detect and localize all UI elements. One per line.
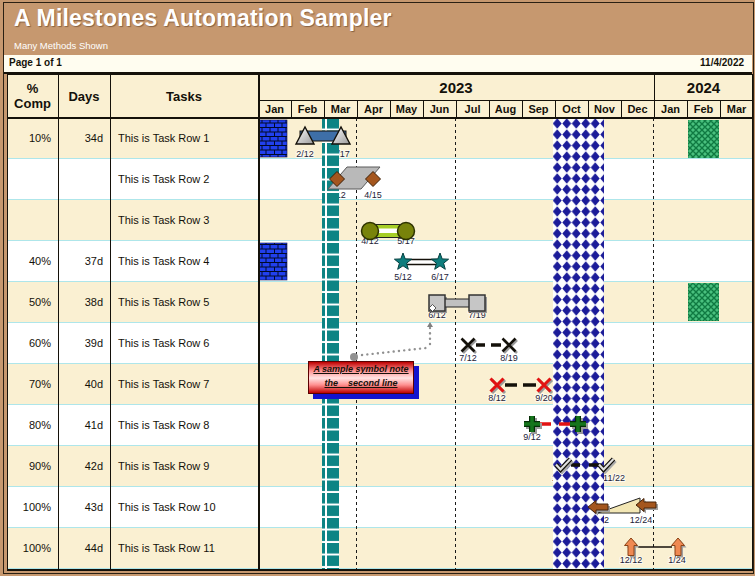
leader-dots: [362, 348, 426, 355]
month-divider: [489, 100, 490, 118]
month-header: Apr: [357, 100, 390, 118]
column-header-days: Days: [58, 74, 110, 118]
green-hatch-block: [688, 120, 719, 158]
brick-pattern-block: [259, 243, 287, 280]
task-cell: This is Task Row 2: [110, 159, 258, 200]
circle-symbol[interactable]: [362, 223, 379, 240]
month-header: Jun: [423, 100, 456, 118]
start-date-label: 2/12: [296, 149, 314, 159]
month-divider: [423, 100, 424, 118]
symbol-note-box[interactable]: A sample symbol note the second line: [308, 361, 414, 394]
task-bar-row3[interactable]: [362, 223, 415, 240]
task-bar-row6[interactable]: [462, 339, 518, 354]
task-bar-row4[interactable]: [394, 253, 448, 269]
month-header: Mar: [324, 100, 357, 118]
task-cell: This is Task Row 11: [110, 528, 258, 569]
grid-line: [7, 569, 753, 571]
pct-cell: 80%: [7, 405, 58, 446]
days-cell: 37d: [58, 241, 110, 282]
pct-cell: 60%: [7, 323, 58, 364]
page-title: A Milestones Automation Sampler: [14, 5, 392, 32]
pct-cell: 100%: [7, 528, 58, 569]
month-divider: [621, 100, 622, 118]
task-cell: This is Task Row 3: [110, 200, 258, 241]
month-divider: [720, 100, 721, 118]
month-header: May: [390, 100, 423, 118]
month-header: Nov: [588, 100, 621, 118]
green-plus-symbol[interactable]: [524, 416, 540, 432]
grid-line: [752, 74, 753, 569]
month-header: Jul: [456, 100, 489, 118]
green-hatch-block: [688, 283, 719, 321]
month-header: Jan: [654, 100, 687, 118]
end-date-label: 4/15: [364, 190, 382, 200]
month-header: Aug: [489, 100, 522, 118]
year-divider-line: [654, 74, 655, 100]
days-cell: 39d: [58, 323, 110, 364]
quarter-gridlines: [357, 118, 654, 569]
month-divider: [555, 100, 556, 118]
task-cell: This is Task Row 10: [110, 487, 258, 528]
days-cell: 41d: [58, 405, 110, 446]
days-cell: 43d: [58, 487, 110, 528]
month-header: Mar: [720, 100, 753, 118]
start-date-label: 7/12: [459, 353, 477, 363]
pct-cell: 50%: [7, 282, 58, 323]
pct-cell: 40%: [7, 241, 58, 282]
task-cell: This is Task Row 6: [110, 323, 258, 364]
days-cell: 40d: [58, 364, 110, 405]
brick-pattern-block: [259, 120, 287, 157]
leader-arrowhead: [427, 322, 433, 327]
start-date-label: 8/12: [488, 393, 506, 403]
month-divider: [588, 100, 589, 118]
grid-line: [110, 74, 111, 569]
star-symbol[interactable]: [431, 253, 448, 269]
star-symbol[interactable]: [394, 253, 411, 269]
page-number-label: Page 1 of 1: [9, 57, 62, 68]
month-divider: [687, 100, 688, 118]
milestones-page: A Milestones Automation Sampler Many Met…: [0, 0, 755, 576]
grid-line: [7, 74, 8, 570]
square-symbol[interactable]: [469, 295, 485, 311]
end-date-label: 12/24: [630, 515, 653, 525]
task-cell: This is Task Row 9: [110, 446, 258, 487]
month-header: Jan: [258, 100, 291, 118]
task-bar-row5[interactable]: [429, 295, 487, 313]
month-divider: [654, 100, 655, 118]
month-header: Sep: [522, 100, 555, 118]
column-header-tasks: Tasks: [110, 74, 258, 118]
task-cell: This is Task Row 5: [110, 282, 258, 323]
leader-anchor-dot: [350, 353, 358, 361]
task-bar-row11[interactable]: [625, 538, 687, 558]
days-cell: 42d: [58, 446, 110, 487]
year-header-2024: 2024: [654, 74, 753, 100]
pct-cell: 70%: [7, 364, 58, 405]
report-date-label: 11/4/2022: [700, 57, 744, 68]
grid-line: [58, 74, 59, 569]
pct-cell: 100%: [7, 487, 58, 528]
start-date-label: 5/12: [394, 272, 412, 282]
task-cell: This is Task Row 1: [110, 118, 258, 159]
month-header: Feb: [687, 100, 720, 118]
end-date-label: 9/20: [535, 393, 553, 403]
month-divider: [357, 100, 358, 118]
note-line-1: A sample symbol note: [309, 364, 413, 374]
days-cell: 38d: [58, 282, 110, 323]
end-date-label: 11/22: [603, 473, 625, 483]
task-bar-row7[interactable]: [491, 379, 553, 394]
grid-line: [258, 74, 260, 569]
month-divider: [291, 100, 292, 118]
task-cell: This is Task Row 7: [110, 364, 258, 405]
note-leader-line: [350, 322, 433, 361]
days-cell: 44d: [58, 528, 110, 569]
month-header: Dec: [621, 100, 654, 118]
page-subtitle: Many Methods Shown: [14, 40, 108, 51]
pct-cell: 10%: [7, 118, 58, 159]
circle-symbol[interactable]: [398, 223, 415, 240]
grid-line: [258, 100, 753, 101]
highlight-bands: [259, 118, 719, 569]
grid-line: [7, 74, 753, 75]
grid-line: [7, 117, 753, 119]
month-divider: [522, 100, 523, 118]
days-cell: 34d: [58, 118, 110, 159]
